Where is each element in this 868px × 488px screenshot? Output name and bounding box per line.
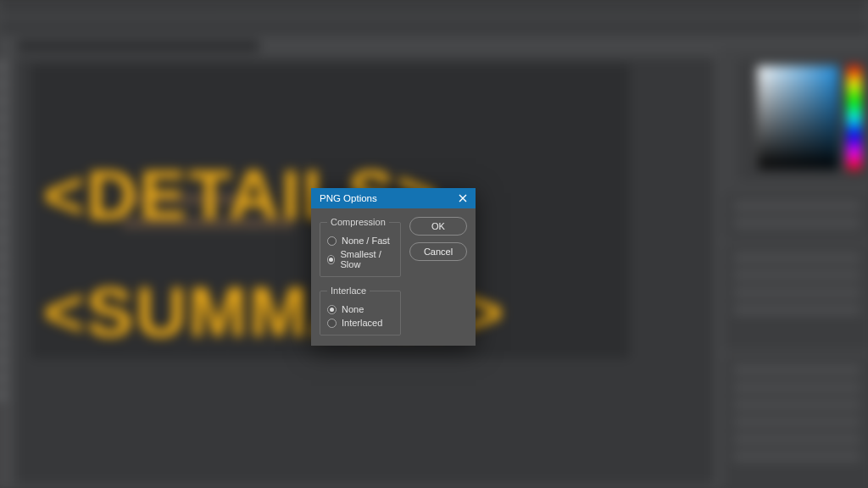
- compression-legend: Compression: [327, 217, 389, 227]
- radio-none-fast[interactable]: None / Fast: [327, 236, 393, 246]
- png-options-dialog: PNG Options Compression None / Fast Smal…: [311, 188, 476, 346]
- close-button[interactable]: [455, 191, 470, 206]
- tools-panel: [0, 56, 8, 485]
- options-bar: [0, 19, 868, 35]
- radio-icon: [327, 255, 335, 264]
- close-icon: [459, 194, 467, 202]
- radio-icon: [327, 319, 337, 328]
- radio-icon: [327, 305, 337, 314]
- radio-smallest-slow[interactable]: Smallest / Slow: [327, 249, 393, 269]
- color-panel: [738, 59, 868, 180]
- right-panel-stack: [720, 47, 868, 488]
- radio-label: None: [342, 304, 364, 314]
- ok-button[interactable]: OK: [409, 217, 467, 236]
- dialog-options-column: Compression None / Fast Smallest / Slow …: [320, 217, 401, 336]
- interlace-legend: Interlace: [327, 286, 370, 296]
- dialog-titlebar[interactable]: PNG Options: [311, 188, 476, 208]
- interlace-group: Interlace None Interlaced: [320, 286, 401, 336]
- menubar: [0, 0, 868, 14]
- radio-interlaced[interactable]: Interlaced: [327, 318, 393, 328]
- document-tab: [17, 40, 259, 52]
- adjustments-panel: [725, 246, 868, 349]
- dialog-body: Compression None / Fast Smallest / Slow …: [311, 208, 476, 346]
- swatches-panel: [725, 194, 868, 237]
- hue-strip: [848, 66, 861, 169]
- compression-group: Compression None / Fast Smallest / Slow: [320, 217, 401, 277]
- dialog-button-column: OK Cancel: [409, 217, 467, 336]
- radio-label: Interlaced: [342, 318, 382, 328]
- color-picker-field: [757, 66, 838, 169]
- radio-label: Smallest / Slow: [340, 249, 393, 269]
- radio-icon: [327, 236, 337, 246]
- radio-label: None / Fast: [342, 236, 390, 246]
- radio-interlace-none[interactable]: None: [327, 304, 393, 314]
- cancel-button[interactable]: Cancel: [409, 242, 467, 261]
- dialog-title: PNG Options: [320, 193, 377, 203]
- layers-panel: [725, 358, 868, 488]
